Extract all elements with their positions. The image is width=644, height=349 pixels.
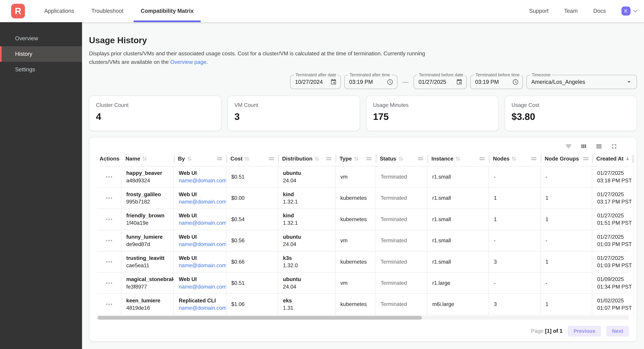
- timezone-select[interactable]: Timezone America/Los_Angeles: [526, 75, 637, 89]
- scrollbar-thumb[interactable]: [98, 316, 422, 320]
- by-cell: Web UI name@domain.com: [174, 209, 226, 230]
- logo-letter: R: [15, 6, 21, 16]
- column-header-instance[interactable]: Instance: [427, 151, 489, 166]
- replicated-logo[interactable]: R: [11, 4, 25, 18]
- column-menu-icon[interactable]: [269, 156, 274, 161]
- row-actions-button[interactable]: [104, 238, 115, 244]
- nodes-cell: 3: [489, 294, 540, 315]
- cluster-count-value: 4: [96, 111, 214, 122]
- created-by-email-link[interactable]: name@domain.com: [179, 178, 221, 184]
- tab-troubleshoot[interactable]: Troubleshoot: [83, 0, 132, 22]
- sidebar-item-settings[interactable]: Settings: [0, 62, 82, 77]
- created-time: 01:34 PM PST: [597, 284, 628, 290]
- nav-link-docs[interactable]: Docs: [593, 8, 606, 14]
- column-header-type[interactable]: Type: [336, 151, 376, 166]
- clock-icon: [387, 79, 393, 85]
- table-row: friendly_brown 1f40a19e Web UI name@doma…: [97, 209, 629, 230]
- tab-compatibility-matrix[interactable]: Compatibility Matrix: [132, 0, 202, 22]
- row-actions-button[interactable]: [104, 280, 115, 286]
- column-menu-icon[interactable]: [480, 156, 485, 161]
- filter-icon[interactable]: [564, 142, 574, 151]
- pagination: Page [1] of 1 Previous Next: [97, 326, 629, 337]
- sidebar-item-overview[interactable]: Overview: [0, 31, 82, 46]
- created-by-email-link[interactable]: name@domain.com: [179, 220, 221, 226]
- row-actions-button[interactable]: [104, 174, 115, 180]
- nodes-cell: -: [489, 273, 540, 294]
- column-menu-icon[interactable]: [583, 156, 588, 161]
- column-menu-icon[interactable]: [418, 156, 423, 161]
- column-menu-icon[interactable]: [326, 156, 332, 161]
- created-time: 03:18 PM PST: [597, 178, 628, 184]
- nav-link-team[interactable]: Team: [564, 8, 578, 14]
- created-by-email-link[interactable]: name@domain.com: [179, 241, 221, 247]
- overview-page-link[interactable]: Overview page: [170, 59, 206, 65]
- row-actions-button[interactable]: [104, 259, 115, 265]
- created-date: 01/27/2025: [597, 234, 628, 240]
- column-header-distribution[interactable]: Distribution: [278, 151, 336, 166]
- column-header-created-at[interactable]: Created At: [592, 151, 634, 166]
- cost-cell: $0.51: [226, 273, 278, 294]
- column-header-by[interactable]: By: [174, 151, 226, 166]
- column-menu-icon[interactable]: [366, 156, 372, 161]
- terminated-after-time-field[interactable]: Terminated after time 03:19 PM: [344, 75, 398, 89]
- type-cell: kubernetes: [336, 188, 376, 209]
- created-date: 01/02/2025: [597, 298, 628, 304]
- name-cell: keen_lumiere 4819de16: [121, 294, 174, 315]
- column-menu-icon[interactable]: [217, 156, 222, 161]
- created-date: 01/27/2025: [597, 213, 628, 219]
- created-at-cell: 01/27/2025 03:18 PM PST: [592, 166, 634, 187]
- created-by-email-link[interactable]: name@domain.com: [179, 199, 221, 205]
- column-header-name[interactable]: Name: [121, 151, 174, 166]
- previous-page-button[interactable]: Previous: [568, 326, 601, 337]
- created-by-source: Web UI: [179, 276, 221, 282]
- actions-cell: [97, 294, 121, 315]
- nodes-cell: -: [489, 230, 540, 251]
- density-icon[interactable]: [594, 142, 604, 151]
- cost-cell: $0.00: [226, 188, 278, 209]
- cluster-name: magical_stonebraker: [126, 276, 169, 282]
- terminated-before-date-field[interactable]: Terminated before date 01/27/2025: [414, 75, 467, 89]
- tab-applications[interactable]: Applications: [36, 0, 83, 22]
- created-at-cell: 01/27/2025 01:51 PM PST: [592, 209, 634, 230]
- terminated-before-time-field[interactable]: Terminated before time 03:19 PM: [470, 75, 523, 89]
- cluster-id: fe3f8977: [126, 284, 169, 290]
- nodes-cell: -: [489, 166, 540, 187]
- distribution-cell: k3s 1.32.0: [278, 251, 336, 272]
- created-date: 01/27/2025: [597, 170, 628, 176]
- column-header-status[interactable]: Status: [376, 151, 427, 166]
- nav-link-support[interactable]: Support: [529, 8, 548, 14]
- node-groups-cell: -: [540, 230, 592, 251]
- created-by-email-link[interactable]: name@domain.com: [179, 284, 221, 290]
- cost-cell: $1.06: [226, 294, 278, 315]
- cluster-id: a48d9324: [126, 178, 169, 184]
- instance-cell: r1.small: [427, 209, 489, 230]
- sort-desc-icon: [626, 155, 630, 162]
- cluster-name: friendly_brown: [126, 213, 169, 219]
- status-cell: Terminated: [376, 251, 427, 272]
- user-avatar[interactable]: K: [622, 6, 630, 15]
- table-row: funny_lumiere de9ed87d Web UI name@domai…: [97, 230, 629, 251]
- horizontal-scrollbar: [97, 316, 629, 320]
- row-actions-button[interactable]: [104, 301, 115, 308]
- column-menu-icon[interactable]: [531, 156, 536, 161]
- created-by-email-link[interactable]: name@domain.com: [179, 305, 221, 311]
- row-actions-button[interactable]: [104, 195, 115, 201]
- app-window: R Applications Troubleshoot Compatibilit…: [0, 0, 644, 349]
- created-by-email-link[interactable]: name@domain.com: [179, 262, 221, 269]
- nav-right: Support Team Docs K: [529, 6, 639, 15]
- node-groups-cell: 1: [540, 294, 592, 315]
- column-header-nodes[interactable]: Nodes: [489, 151, 540, 166]
- calendar-icon: [330, 79, 337, 85]
- stat-card-vm-count: VM Count 3: [228, 96, 360, 131]
- distribution-cell: ubuntu 24.04: [278, 166, 336, 187]
- sidebar-item-history[interactable]: History: [0, 46, 82, 62]
- column-header-cost[interactable]: Cost: [226, 151, 278, 166]
- chevron-down-icon[interactable]: [632, 8, 638, 14]
- fullscreen-icon[interactable]: [609, 142, 619, 151]
- column-header-node-groups[interactable]: Node Groups: [540, 151, 592, 166]
- terminated-after-date-field[interactable]: Terminated after date 10/27/2024: [290, 75, 341, 89]
- next-page-button[interactable]: Next: [606, 326, 629, 337]
- columns-icon[interactable]: [579, 142, 589, 151]
- row-actions-button[interactable]: [104, 216, 115, 223]
- created-by-source: Replicated CLI: [179, 298, 221, 304]
